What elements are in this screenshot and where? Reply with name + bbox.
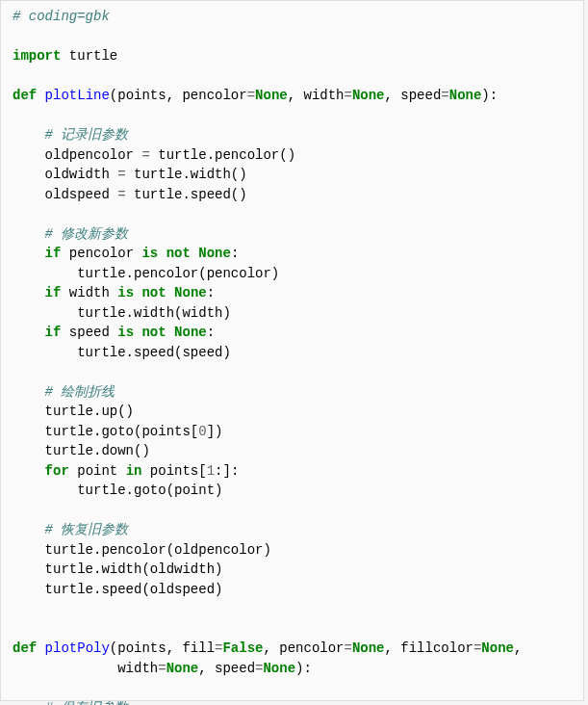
none-literal: None	[481, 640, 514, 656]
code-line: # 记录旧参数	[1, 125, 583, 145]
none-literal: None	[352, 640, 385, 656]
colon: :	[207, 285, 215, 300]
code-line: width=None, speed=None):	[1, 659, 583, 679]
keyword-def: def	[13, 88, 37, 103]
code-line: for point in points[1:]:	[1, 461, 583, 482]
code-text: turtle.width(width)	[13, 305, 231, 321]
keyword-if: if	[45, 246, 62, 261]
code-text: width	[61, 285, 117, 300]
code-text: turtle.width()	[126, 167, 247, 182]
code-line	[1, 678, 583, 698]
signature: , speed	[385, 88, 442, 103]
colon: :	[207, 325, 215, 340]
keyword-if: if	[45, 285, 62, 300]
code-text: point	[69, 463, 126, 479]
keyword-import: import	[13, 48, 61, 64]
code-line	[1, 27, 583, 47]
keyword-if: if	[45, 325, 62, 340]
signature: , speed	[198, 661, 255, 676]
comment: # 恢复旧参数	[45, 522, 129, 537]
comment: # 修改新参数	[45, 226, 129, 242]
keyword-in: in	[126, 463, 142, 479]
none-literal: None	[263, 661, 295, 676]
code-line: if width is not None:	[1, 283, 583, 303]
code-text: oldwidth	[13, 167, 117, 182]
code-text: turtle.goto(points[	[13, 424, 198, 439]
code-line	[1, 619, 583, 640]
code-text: speed	[61, 325, 117, 340]
code-text: turtle.width(oldwidth)	[13, 561, 222, 577]
code-line: turtle.speed(oldspeed)	[1, 580, 583, 600]
function-name: plotPoly	[37, 640, 110, 656]
signature: ,	[514, 640, 522, 656]
keyword-not: not	[141, 325, 166, 340]
operator: =	[345, 640, 352, 656]
code-line: # 绘制折线	[1, 382, 583, 403]
none-literal: None	[449, 88, 482, 103]
comment: # 保存旧参数	[45, 700, 129, 706]
code-line: turtle.width(oldwidth)	[1, 560, 583, 580]
code-line: turtle.pencolor(oldpencolor)	[1, 540, 583, 561]
none-literal: None	[174, 285, 207, 300]
code-line: # 保存旧参数	[1, 698, 583, 706]
code-text: turtle.pencolor(pencolor)	[13, 266, 279, 281]
signature: , width	[288, 88, 345, 103]
number-literal: 1	[207, 463, 215, 479]
none-literal: None	[352, 88, 385, 103]
code-line: oldpencolor = turtle.pencolor()	[1, 145, 583, 166]
code-text: turtle.pencolor(oldpencolor)	[13, 542, 271, 558]
keyword-def: def	[13, 640, 37, 656]
code-text: turtle.pencolor()	[150, 147, 295, 163]
comment: # 绘制折线	[45, 384, 115, 400]
none-literal: None	[198, 246, 231, 261]
operator: =	[441, 88, 448, 103]
code-line: # 恢复旧参数	[1, 520, 583, 540]
keyword-not: not	[141, 285, 166, 300]
signature: (points, pencolor	[110, 88, 247, 103]
code-line	[1, 66, 583, 87]
code-text: turtle.speed(speed)	[13, 345, 231, 360]
comment: # coding=gbk	[13, 9, 110, 24]
keyword-is: is	[117, 285, 134, 300]
keyword-not: not	[166, 246, 191, 261]
signature: width	[13, 661, 158, 676]
code-line: turtle.width(width)	[1, 303, 583, 324]
code-line: turtle.speed(speed)	[1, 343, 583, 363]
signature: , pencolor	[263, 640, 344, 656]
module-name: turtle	[61, 48, 117, 64]
signature: (points, fill	[110, 640, 215, 656]
code-line: # 修改新参数	[1, 224, 583, 245]
keyword-for: for	[45, 463, 69, 479]
code-text: points[	[141, 463, 206, 479]
code-text: :]:	[215, 463, 239, 479]
number-literal: 0	[198, 424, 206, 439]
none-literal: None	[255, 88, 288, 103]
signature: ):	[481, 88, 498, 103]
function-name: plotLine	[37, 88, 110, 103]
keyword-is: is	[117, 325, 134, 340]
code-block: # coding=gbk import turtle def plotLine(…	[0, 0, 584, 701]
code-line: if speed is not None:	[1, 323, 583, 343]
code-line	[1, 362, 583, 382]
code-line: turtle.pencolor(pencolor)	[1, 264, 583, 284]
false-literal: False	[222, 640, 263, 656]
code-text: ])	[207, 424, 223, 439]
code-line	[1, 599, 583, 619]
none-literal: None	[174, 325, 207, 340]
operator: =	[247, 88, 255, 103]
code-text: turtle.speed(oldspeed)	[13, 582, 222, 597]
comment: # 记录旧参数	[45, 127, 129, 143]
code-line: def plotLine(points, pencolor=None, widt…	[1, 86, 583, 106]
code-line	[1, 204, 583, 224]
code-line: turtle.goto(points[0])	[1, 422, 583, 442]
code-line: turtle.goto(point)	[1, 481, 583, 501]
code-text: turtle.up()	[13, 404, 134, 419]
code-text: turtle.goto(point)	[13, 483, 222, 498]
code-text: turtle.down()	[13, 443, 150, 458]
code-text: oldpencolor	[13, 147, 141, 163]
code-text: pencolor	[61, 246, 141, 261]
code-line: oldspeed = turtle.speed()	[1, 185, 583, 205]
code-line: oldwidth = turtle.width()	[1, 165, 583, 185]
signature: , fillcolor	[385, 640, 473, 656]
code-line: import turtle	[1, 46, 583, 66]
